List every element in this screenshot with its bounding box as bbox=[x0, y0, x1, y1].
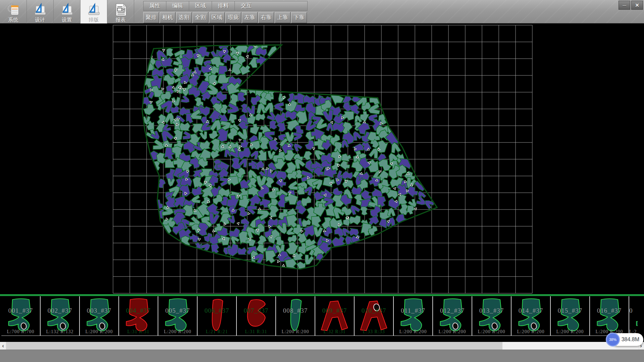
piece-thumbnail-015_#37[interactable]: 015_#37L:200 R:200 bbox=[551, 296, 590, 336]
piece-thumbnail-004_#37[interactable]: 004_#37L:31 R:31 bbox=[119, 296, 158, 336]
piece-thumbnail-008_#37[interactable]: 008_#37L:200 R:200 bbox=[276, 296, 315, 336]
piece-id-label: 013_#37 bbox=[472, 307, 511, 314]
piece-id-label: 008_#37 bbox=[276, 307, 315, 314]
piece-lr-count-label: L:200 R:200 bbox=[512, 329, 550, 335]
tool-button-右靠[interactable]: 右靠 bbox=[258, 12, 274, 23]
nav-button-系统[interactable]: 系统 bbox=[0, 0, 27, 23]
piece-thumbnail-010_#37[interactable]: 010_#37L:33 R:33 bbox=[355, 296, 394, 336]
piece-lr-count-label: L:32 R:31 bbox=[315, 329, 354, 335]
window-controls: ─ ✕ bbox=[619, 1, 643, 10]
piece-id-label: 007_#37 bbox=[237, 307, 275, 314]
nesting-canvas[interactable] bbox=[0, 23, 644, 294]
piece-thumbnail-strip: 001_#37L:700 R:700002_#37L:132 R:132003_… bbox=[0, 296, 644, 336]
design-icon bbox=[33, 3, 47, 17]
menu-item-属性[interactable]: 属性 bbox=[144, 1, 166, 10]
piece-lr-count-label: L:200 R:200 bbox=[472, 329, 511, 335]
tool-button-聚排[interactable]: 聚排 bbox=[143, 12, 159, 23]
piece-id-label: 002_#37 bbox=[41, 307, 79, 314]
toolbar: 系统设计设置排版报表 属性编辑区域排料交互 聚排相机选割全割区域瑕疵左靠右靠上靠… bbox=[0, 0, 644, 23]
piece-id-label: 015_#37 bbox=[551, 307, 589, 314]
tool-button-全割[interactable]: 全割 bbox=[193, 12, 208, 23]
menu-item-排料[interactable]: 排料 bbox=[212, 1, 235, 10]
status-bar bbox=[0, 350, 644, 362]
memory-usage-label: 384.8M bbox=[622, 333, 639, 346]
menu-bar: 属性编辑区域排料交互 bbox=[143, 1, 308, 11]
piece-thumbnail-016_#37[interactable]: 016_#37L:200 R:200 bbox=[590, 296, 629, 336]
settings-icon bbox=[60, 3, 74, 17]
piece-lr-count-label: L:200 R:200 bbox=[394, 329, 432, 335]
piece-lr-count-label: L:31 R:31 bbox=[237, 329, 275, 335]
scrollbar-track[interactable] bbox=[6, 342, 638, 350]
piece-thumbnail-009_#37[interactable]: 009_#37L:32 R:31 bbox=[315, 296, 355, 336]
piece-id-label: 014_#37 bbox=[512, 307, 550, 314]
close-button[interactable]: ✕ bbox=[631, 1, 643, 10]
piece-id-label: 004_#37 bbox=[119, 307, 158, 314]
piece-lr-count-label: L:21 R:21 bbox=[198, 329, 236, 335]
strip-bottom-gap bbox=[0, 336, 644, 342]
scroll-left-arrow-icon[interactable]: ‹ bbox=[0, 342, 6, 350]
nav-button-label: 系统 bbox=[8, 17, 18, 22]
piece-lr-count-label: L:132 R:132 bbox=[41, 329, 79, 335]
piece-lr-count-label: L:200 R:200 bbox=[551, 329, 589, 335]
nesting-icon bbox=[87, 3, 101, 17]
tool-button-瑕疵[interactable]: 瑕疵 bbox=[225, 12, 241, 23]
nav-button-设置[interactable]: 设置 bbox=[54, 0, 80, 23]
tool-button-相机[interactable]: 相机 bbox=[160, 12, 175, 23]
piece-lr-count-label: L:700 R:700 bbox=[1, 329, 40, 335]
piece-id-label: 001_#37 bbox=[1, 307, 40, 314]
menu-area: 属性编辑区域排料交互 聚排相机选割全割区域瑕疵左靠右靠上靠下靠 bbox=[143, 0, 308, 23]
nav-button-label: 设置 bbox=[62, 17, 72, 22]
piece-lr-count-label: L:200 R:200 bbox=[433, 329, 472, 335]
horizontal-scrollbar[interactable]: ‹ › bbox=[0, 342, 644, 350]
menu-item-编辑[interactable]: 编辑 bbox=[166, 1, 189, 10]
piece-lr-count-label: L:200 R:200 bbox=[158, 329, 197, 335]
nesting-app-window: 系统设计设置排版报表 属性编辑区域排料交互 聚排相机选割全割区域瑕疵左靠右靠上靠… bbox=[0, 0, 644, 362]
piece-id-label: 010_#37 bbox=[355, 307, 393, 314]
memory-progress-widget: 38% 384.8M bbox=[611, 333, 643, 346]
piece-lr-count-label: L:33 R:33 bbox=[355, 329, 393, 335]
nav-button-设计[interactable]: 设计 bbox=[27, 0, 54, 23]
piece-thumbnail-002_#37[interactable]: 002_#37L:132 R:132 bbox=[41, 296, 80, 336]
piece-id-label: 006_#37 bbox=[198, 307, 236, 314]
piece-thumbnail-013_#37[interactable]: 013_#37L:200 R:200 bbox=[472, 296, 512, 336]
piece-lr-count-label: L:31 R:31 bbox=[119, 329, 158, 335]
system-icon bbox=[6, 3, 20, 17]
minimize-button[interactable]: ─ bbox=[619, 1, 630, 10]
tool-button-上靠[interactable]: 上靠 bbox=[275, 12, 290, 23]
tool-button-左靠[interactable]: 左靠 bbox=[242, 12, 258, 23]
report-icon bbox=[114, 3, 128, 17]
piece-thumbnail-003_#37[interactable]: 003_#37L:200 R:200 bbox=[80, 296, 119, 336]
piece-thumbnail-001_#37[interactable]: 001_#37L:700 R:700 bbox=[1, 296, 41, 336]
piece-thumbnail-011_#37[interactable]: 011_#37L:200 R:200 bbox=[394, 296, 433, 336]
piece-id-label: 012_#37 bbox=[433, 307, 472, 314]
piece-thumbnail-014_#37[interactable]: 014_#37L:200 R:200 bbox=[512, 296, 551, 336]
piece-id-label: 003_#37 bbox=[80, 307, 118, 314]
piece-id-label: 009_#37 bbox=[315, 307, 354, 314]
nav-button-label: 报表 bbox=[116, 17, 126, 22]
piece-thumbnail-012_#37[interactable]: 012_#37L:200 R:200 bbox=[433, 296, 472, 336]
menu-item-交互[interactable]: 交互 bbox=[235, 1, 258, 10]
scrollbar-thumb[interactable] bbox=[6, 342, 502, 350]
piece-thumbnail-005_#37[interactable]: 005_#37L:200 R:200 bbox=[158, 296, 198, 336]
tool-button-区域[interactable]: 区域 bbox=[209, 12, 225, 23]
main-nav: 系统设计设置排版报表 bbox=[0, 0, 134, 23]
tool-button-选割[interactable]: 选割 bbox=[176, 12, 192, 23]
nav-button-排版[interactable]: 排版 bbox=[80, 0, 107, 23]
menu-item-区域[interactable]: 区域 bbox=[189, 1, 212, 10]
piece-id-label: 011_#37 bbox=[394, 307, 432, 314]
piece-id-label: 016_#37 bbox=[590, 307, 629, 314]
nav-button-label: 设计 bbox=[35, 17, 45, 22]
nav-button-label: 排版 bbox=[89, 17, 99, 22]
piece-id-label: 0 bbox=[629, 307, 638, 314]
piece-thumbnail-006_#37[interactable]: 006_#37L:21 R:21 bbox=[198, 296, 237, 336]
piece-lr-count-label: L:200 R:200 bbox=[276, 329, 315, 335]
nav-button-报表[interactable]: 报表 bbox=[107, 0, 134, 23]
tool-bar: 聚排相机选割全割区域瑕疵左靠右靠上靠下靠 bbox=[143, 12, 308, 23]
progress-percent-badge: 38% bbox=[606, 333, 620, 347]
piece-id-label: 005_#37 bbox=[158, 307, 197, 314]
tool-button-下靠[interactable]: 下靠 bbox=[291, 12, 307, 23]
piece-lr-count-label: L:200 R:200 bbox=[80, 329, 118, 335]
piece-thumbnail-007_#37[interactable]: 007_#37L:31 R:31 bbox=[237, 296, 276, 336]
hide-nesting-drawing bbox=[0, 23, 644, 294]
piece-thumbnail-0[interactable]: 0L:2 bbox=[629, 296, 638, 336]
